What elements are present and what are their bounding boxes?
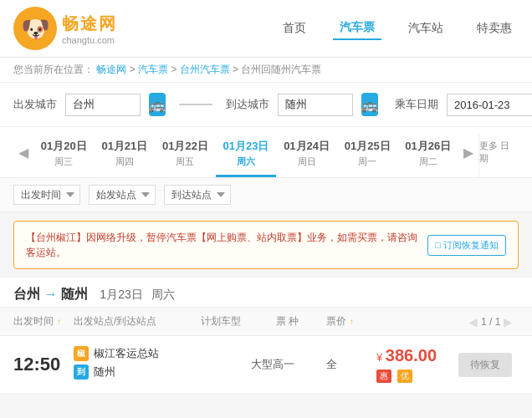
from-station-name: 椒江客运总站 bbox=[94, 346, 159, 361]
page-nav: ◀ 1 / 1 ▶ bbox=[468, 315, 519, 329]
header: 🐶 畅途网 changtu.com 首页 汽车票 汽车站 特卖惠 bbox=[0, 0, 532, 58]
subscribe-notice-button[interactable]: □ 订阅恢复通知 bbox=[427, 235, 506, 256]
ticket-type: 大型高一 bbox=[251, 357, 326, 372]
breadcrumb-taizhou[interactable]: 台州汽车票 bbox=[180, 64, 230, 75]
ticket-station-info: 椒 椒江客运总站 到 随州 bbox=[74, 346, 251, 383]
table-row: 12:50 椒 椒江客运总站 到 随州 大型高一 全 ¥ 386.00 惠 优 … bbox=[0, 336, 532, 394]
from-input[interactable] bbox=[65, 94, 141, 116]
notice-text: 【台州椒江】因网络升级，暂停汽车票【网上购票、站内取票】业务，如需买票，请咨询客… bbox=[26, 230, 417, 260]
route-arrow-icon: → bbox=[43, 287, 60, 301]
breadcrumb: 您当前所在位置： 畅途网 > 汽车票 > 台州汽车票 > 台州回随州汽车票 bbox=[0, 58, 532, 83]
more-dates-button[interactable]: 更多 日期 bbox=[478, 134, 519, 177]
pending-button[interactable]: 待恢复 bbox=[458, 353, 512, 377]
from-label: 出发城市 bbox=[13, 97, 57, 112]
search-bar: 出发城市 🚌 到达城市 🚌 乘车日期 周六 📅 bbox=[0, 83, 532, 127]
bus-icon-from: 🚌 bbox=[149, 93, 166, 116]
prev-page-arrow[interactable]: ◀ bbox=[468, 315, 478, 329]
from-badge: 椒 bbox=[74, 346, 89, 361]
page-indicator: 1 / 1 bbox=[481, 316, 500, 328]
date-tab-5[interactable]: 01月25日 周一 bbox=[337, 134, 398, 177]
date-tab-3[interactable]: 01月23日 周六 bbox=[216, 134, 277, 177]
date-tabs: ◀ 01月20日 周三 01月21日 周四 01月22日 周五 01月23日 周… bbox=[13, 134, 519, 177]
route-to: 随州 bbox=[61, 287, 88, 301]
ticket-action: 待恢复 bbox=[452, 353, 519, 377]
logo-cn-text: 畅途网 bbox=[62, 13, 117, 35]
tag-hui: 惠 bbox=[376, 370, 391, 383]
station-from: 椒 椒江客运总站 bbox=[74, 346, 251, 361]
sort-time-icon[interactable]: ↑ bbox=[57, 317, 61, 326]
bus-icon-to: 🚌 bbox=[361, 93, 378, 116]
date-input[interactable] bbox=[447, 94, 532, 116]
depart-time-filter[interactable]: 出发时间 bbox=[13, 185, 80, 205]
prev-date-arrow[interactable]: ◀ bbox=[13, 134, 33, 177]
logo-area: 🐶 畅途网 changtu.com bbox=[13, 7, 117, 50]
next-date-arrow[interactable]: ▶ bbox=[458, 134, 478, 177]
nav-home[interactable]: 首页 bbox=[276, 18, 313, 39]
col-header-price: 票价 ↑ bbox=[326, 314, 402, 329]
nav-special[interactable]: 特卖惠 bbox=[470, 18, 519, 39]
breadcrumb-label: 您当前所在位置： bbox=[13, 64, 94, 75]
table-header: 出发时间 ↑ 出发站点/到达站点 计划车型 票 种 票价 ↑ ◀ 1 / 1 ▶ bbox=[0, 308, 532, 336]
notice-box: 【台州椒江】因网络升级，暂停汽车票【网上购票、站内取票】业务，如需买票，请咨询客… bbox=[13, 221, 519, 269]
to-station-name: 随州 bbox=[94, 364, 115, 380]
breadcrumb-current: 台州回随州汽车票 bbox=[241, 64, 321, 75]
col-header-type: 计划车型 bbox=[201, 314, 276, 329]
date-tab-0[interactable]: 01月20日 周三 bbox=[33, 134, 95, 177]
col-header-station: 出发站点/到达站点 bbox=[74, 314, 201, 329]
filter-row: 出发时间 始发站点 到达站点 bbox=[0, 178, 532, 212]
ticket-depart-time: 12:50 bbox=[13, 354, 74, 375]
price-value: 386.00 bbox=[386, 346, 437, 364]
date-tab-6[interactable]: 01月26日 周二 bbox=[397, 134, 458, 177]
date-tab-1[interactable]: 01月21日 周四 bbox=[95, 134, 156, 177]
date-tab-2[interactable]: 01月22日 周五 bbox=[155, 134, 216, 177]
route-from: 台州 bbox=[13, 287, 40, 301]
arrive-station-filter[interactable]: 到达站点 bbox=[164, 185, 231, 205]
to-badge: 到 bbox=[74, 364, 89, 380]
ticket-price: ¥ 386.00 惠 优 bbox=[376, 346, 452, 383]
depart-station-filter[interactable]: 始发站点 bbox=[89, 185, 156, 205]
date-tab-4[interactable]: 01月24日 周日 bbox=[276, 134, 337, 177]
nav-bus-station[interactable]: 汽车站 bbox=[402, 18, 450, 39]
to-label: 到达城市 bbox=[226, 97, 269, 112]
station-to: 到 随州 bbox=[74, 364, 251, 380]
col-header-time: 出发时间 ↑ bbox=[13, 314, 74, 329]
route-title: 台州 → 随州 bbox=[13, 287, 91, 301]
to-input[interactable] bbox=[278, 94, 353, 116]
date-tabs-section: ◀ 01月20日 周三 01月21日 周四 01月22日 周五 01月23日 周… bbox=[0, 127, 532, 178]
route-arrow bbox=[174, 104, 217, 105]
col-header-seat: 票 种 bbox=[276, 314, 326, 329]
breadcrumb-home[interactable]: 畅途网 bbox=[96, 64, 126, 75]
ticket-seat: 全 bbox=[326, 357, 376, 372]
tag-you: 优 bbox=[397, 370, 412, 383]
nav-bus-ticket[interactable]: 汽车票 bbox=[333, 17, 381, 40]
col-header-page: ◀ 1 / 1 ▶ bbox=[468, 315, 519, 329]
result-header: 台州 → 随州 1月23日 周六 bbox=[0, 278, 532, 308]
sort-price-icon[interactable]: ↑ bbox=[350, 317, 354, 326]
next-page-arrow[interactable]: ▶ bbox=[504, 315, 513, 329]
route-date: 1月23日 周六 bbox=[100, 288, 174, 301]
logo-icon: 🐶 bbox=[13, 7, 57, 50]
date-label: 乘车日期 bbox=[395, 97, 438, 112]
logo-en-text: changtu.com bbox=[62, 35, 117, 45]
nav-bar: 首页 汽车票 汽车站 特卖惠 bbox=[276, 17, 519, 40]
breadcrumb-bus-ticket[interactable]: 汽车票 bbox=[138, 64, 168, 75]
